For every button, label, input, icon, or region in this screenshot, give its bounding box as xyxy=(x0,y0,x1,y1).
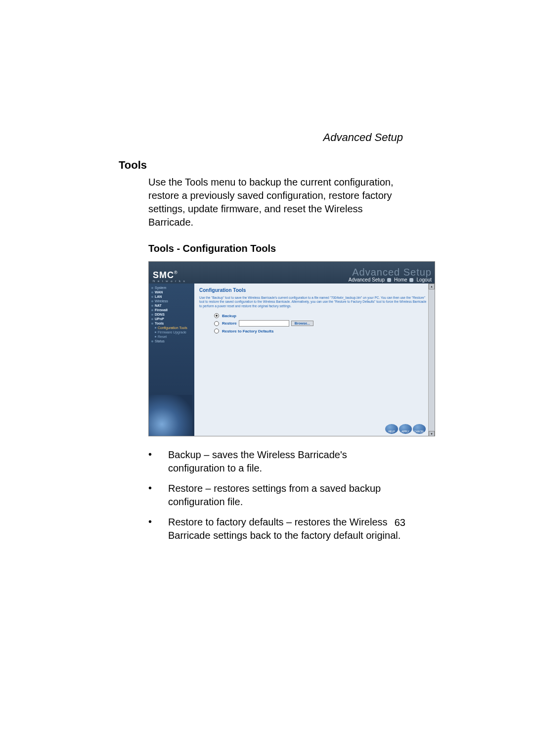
ui-main-panel: Configuration Tools Use the "Backup" too… xyxy=(194,284,435,436)
header-section-label: Advanced Setup xyxy=(349,277,385,283)
sidebar-item-firewall[interactable]: Firewall xyxy=(151,308,194,312)
sidebar-art xyxy=(149,395,192,436)
bullet-text: Backup – saves the Wireless Barricade's … xyxy=(168,448,405,475)
running-head: Advanced Setup xyxy=(119,131,405,144)
restore-file-input[interactable] xyxy=(239,320,289,327)
header-ghost-title: Advanced Setup xyxy=(349,267,432,277)
sidebar-item-ddns[interactable]: DDNS xyxy=(151,312,194,317)
sidebar-item-lan[interactable]: LAN xyxy=(151,294,194,299)
panel-description: Use the "Backup" tool to save the Wirele… xyxy=(199,296,430,308)
label-backup: Backup xyxy=(222,314,236,318)
bullet-backup: • Backup – saves the Wireless Barricade'… xyxy=(148,448,405,475)
sidebar-item-upnp[interactable]: UPnP xyxy=(151,317,194,321)
header-line: Advanced Setup Home Logout xyxy=(349,277,432,283)
option-restore[interactable]: Restore Browse... xyxy=(214,320,430,327)
scroll-down-icon[interactable]: ▼ xyxy=(429,431,435,436)
browse-button[interactable]: Browse... xyxy=(291,321,313,326)
bullet-icon: • xyxy=(148,482,168,509)
brand-logo: SMC® N e t w o r k s xyxy=(153,271,186,283)
radio-backup[interactable] xyxy=(214,313,219,318)
home-icon xyxy=(387,278,391,282)
logo-subtext: N e t w o r k s xyxy=(153,280,186,283)
bullet-restore: • Restore – restores settings from a sav… xyxy=(148,482,405,509)
sidebar-item-tools[interactable]: Tools xyxy=(151,321,194,326)
bullet-factory: • Restore to factory defaults – restores… xyxy=(148,516,405,542)
sidebar-item-status[interactable]: Status xyxy=(151,339,194,343)
option-factory-defaults[interactable]: Restore to Factory Defaults xyxy=(214,329,430,333)
bullet-icon: • xyxy=(148,448,168,475)
ui-sidebar: System WAN LAN Wireless NAT Firewall DDN… xyxy=(149,284,194,436)
header-right: Advanced Setup Advanced Setup Home Logou… xyxy=(349,267,432,283)
manual-page: Advanced Setup Tools Use the Tools menu … xyxy=(0,0,534,756)
section-title-tools: Tools xyxy=(119,159,405,172)
intro-paragraph: Use the Tools menu to backup the current… xyxy=(148,176,405,229)
logo-reg: ® xyxy=(174,270,178,275)
scroll-up-icon[interactable]: ▲ xyxy=(429,284,435,289)
sidebar-sub-reset[interactable]: Reset xyxy=(151,334,194,339)
sidebar-item-nat[interactable]: NAT xyxy=(151,303,194,308)
bullet-list: • Backup – saves the Wireless Barricade'… xyxy=(148,448,405,542)
apply-button[interactable]: APPLY xyxy=(399,424,412,434)
label-factory: Restore to Factory Defaults xyxy=(222,329,273,333)
sidebar-item-wan[interactable]: WAN xyxy=(151,290,194,294)
sidebar-sub-configuration-tools[interactable]: Configuration Tools xyxy=(151,326,194,330)
embedded-screenshot: SMC® N e t w o r k s Advanced Setup Adva… xyxy=(148,261,435,436)
radio-factory[interactable] xyxy=(214,329,219,333)
bullet-text: Restore – restores settings from a saved… xyxy=(168,482,405,509)
bullet-text: Restore to factory defaults – restores t… xyxy=(168,516,405,542)
sidebar-item-wireless[interactable]: Wireless xyxy=(151,299,194,303)
logout-link[interactable]: Logout xyxy=(416,277,432,283)
label-restore: Restore xyxy=(222,321,237,326)
radio-restore[interactable] xyxy=(214,321,219,326)
subsection-title: Tools - Configuration Tools xyxy=(148,243,405,254)
sidebar-sub-firmware-upgrade[interactable]: Firmware Upgrade xyxy=(151,330,194,334)
logout-icon xyxy=(409,278,413,282)
ui-topbar: SMC® N e t w o r k s Advanced Setup Adva… xyxy=(149,262,435,284)
home-link[interactable]: Home xyxy=(394,277,407,283)
logo-text: SMC xyxy=(153,270,174,280)
ui-body: System WAN LAN Wireless NAT Firewall DDN… xyxy=(149,284,435,436)
panel-title: Configuration Tools xyxy=(199,287,430,293)
option-backup[interactable]: Backup xyxy=(214,313,430,318)
help-button[interactable]: HELP xyxy=(385,424,398,434)
page-number: 63 xyxy=(395,517,405,528)
sidebar-item-system[interactable]: System xyxy=(151,285,194,290)
bullet-icon: • xyxy=(148,516,168,542)
action-buttons: HELP APPLY CANCEL xyxy=(385,424,426,434)
cancel-button[interactable]: CANCEL xyxy=(413,424,426,434)
scrollbar[interactable]: ▲ ▼ xyxy=(428,284,435,436)
router-ui: SMC® N e t w o r k s Advanced Setup Adva… xyxy=(148,261,435,436)
